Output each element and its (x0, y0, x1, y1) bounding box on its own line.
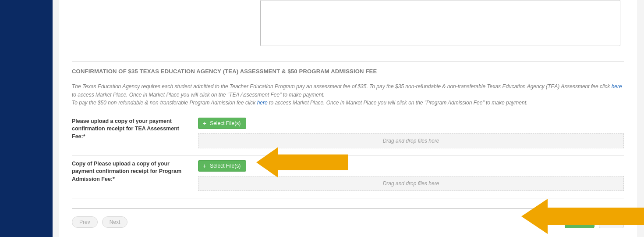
prev-button[interactable]: Prev (72, 216, 98, 228)
tea-receipt-body: + Select File(s) Drag and drop files her… (198, 118, 624, 148)
instr-text: The Texas Education Agency requires each… (72, 83, 612, 90)
plus-icon: + (203, 120, 206, 126)
fee-instructions: The Texas Education Agency requires each… (72, 83, 624, 107)
program-receipt-label: Copy of Please upload a copy of your pay… (72, 160, 198, 183)
submit-button[interactable]: Submit (565, 216, 594, 228)
next-button[interactable]: Next (102, 216, 128, 228)
left-nav-sidebar (0, 0, 53, 237)
nav-right: Submit Save (565, 216, 624, 228)
content-shell: CONFIRMATION OF $35 TEXAS EDUCATION AGEN… (53, 0, 644, 237)
section-title: CONFIRMATION OF $35 TEXAS EDUCATION AGEN… (72, 68, 624, 75)
nav-left: Prev Next (72, 216, 127, 228)
program-receipt-body: + Select File(s) Drag and drop files her… (198, 160, 624, 191)
description-textarea[interactable] (260, 0, 620, 46)
tea-dropzone[interactable]: Drag and drop files here (198, 133, 624, 148)
program-receipt-row: Copy of Please upload a copy of your pay… (72, 156, 624, 198)
program-select-file-button[interactable]: + Select File(s) (198, 160, 246, 172)
tea-fee-link[interactable]: here (612, 83, 622, 90)
program-fee-link[interactable]: here (257, 100, 268, 106)
tea-select-file-button[interactable]: + Select File(s) (198, 118, 246, 129)
program-dropzone[interactable]: Drag and drop files here (198, 176, 624, 191)
form-nav-row: Prev Next Submit Save (72, 216, 624, 228)
instr-text: To pay the $50 non-refundable & non-tran… (72, 100, 257, 106)
form-content: CONFIRMATION OF $35 TEXAS EDUCATION AGEN… (59, 0, 637, 237)
save-button[interactable]: Save (599, 216, 624, 228)
plus-icon: + (203, 163, 206, 169)
section-divider-top (72, 61, 624, 62)
tea-receipt-row: Please upload a copy of your payment con… (72, 113, 624, 156)
select-file-label: Select File(s) (210, 163, 241, 169)
section-divider-bottom (72, 208, 624, 209)
instr-text: to access Market Place. Once in Market P… (268, 100, 528, 106)
instr-text: to access Market Place. Once in Market P… (72, 92, 325, 98)
tea-receipt-label: Please upload a copy of your payment con… (72, 118, 198, 141)
select-file-label: Select File(s) (210, 120, 241, 126)
